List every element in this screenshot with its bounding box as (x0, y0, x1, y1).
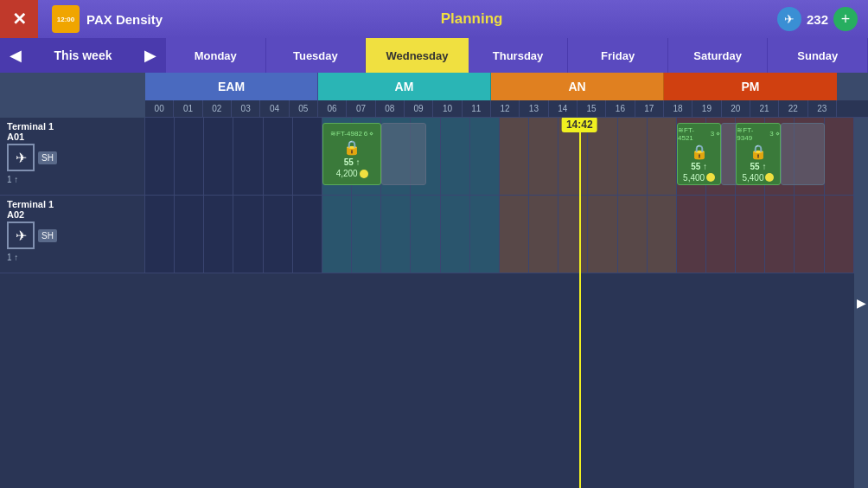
hour-00: 00 (145, 100, 174, 117)
empty-rows (0, 273, 868, 488)
hour-col-4 (264, 118, 293, 195)
hour-col-12 (500, 118, 529, 195)
tab-saturday[interactable]: Saturday (668, 38, 769, 73)
pax-icon: 12:00 (52, 5, 80, 33)
week-nav: ◀ This week ▶ Monday Tuesday Wednesday T… (0, 38, 868, 73)
terminal-slot-a01: A01 (7, 132, 137, 142)
flight-cost: 4,200 (336, 169, 368, 178)
hour-07: 07 (347, 100, 375, 117)
flight-block-gray-FT-4982 (381, 123, 425, 185)
hour-05: 05 (290, 100, 318, 117)
hour-10: 10 (433, 100, 462, 117)
terminal-num-a01: 1 ↑ (7, 175, 137, 184)
coin-icon (765, 173, 774, 182)
current-time-label: 14:42 (562, 118, 597, 132)
add-coins-button[interactable]: + (833, 7, 858, 31)
scroll-indicator[interactable]: ▶ (854, 118, 868, 488)
terminal-info-a01: Terminal 1 A01 ✈ SH 1 ↑ (0, 118, 145, 195)
hour-col-11 (470, 118, 500, 195)
hour-23: 23 (808, 100, 837, 117)
coins-section: ✈ 232 + (767, 7, 868, 31)
hour-12: 12 (491, 100, 520, 117)
tab-tuesday[interactable]: Tuesday (266, 38, 367, 73)
hour-col-23 (825, 196, 854, 273)
hour-col-7 (352, 196, 381, 273)
flight-id: ≋FT-9349 3 ⋄ (737, 126, 779, 142)
hour-06: 06 (318, 100, 347, 117)
flight-pax: 55 ↑ (691, 162, 707, 171)
hour-14: 14 (549, 100, 578, 117)
hour-04: 04 (260, 100, 289, 117)
period-header: EAM AM AN PM (145, 73, 868, 100)
hour-col-0 (145, 118, 175, 195)
terminal-slot-row-a01: ✈ SH (7, 144, 137, 171)
hours-row: 0001020304050607080910111213141516171819… (145, 100, 868, 118)
period-an: AN (491, 73, 664, 100)
hour-col-16 (618, 196, 648, 273)
planning-tab[interactable]: Planning (176, 10, 767, 28)
tab-monday[interactable]: Monday (166, 38, 266, 73)
hour-01: 01 (174, 100, 202, 117)
hour-col-20 (736, 196, 765, 273)
flight-id: ≋FT-4982 6 ⋄ (330, 130, 373, 138)
prev-week-button[interactable]: ◀ (0, 38, 31, 73)
hour-09: 09 (405, 100, 433, 117)
flight-block-gray-FT-9349 (781, 123, 825, 185)
tab-sunday[interactable]: Sunday (768, 38, 868, 73)
schedule-area: Terminal 1 A01 ✈ SH 1 ↑ ≋FT-4982 6 ⋄ 🔒 5… (0, 118, 868, 488)
hour-02: 02 (203, 100, 232, 117)
hour-11: 11 (463, 100, 491, 117)
hour-col-14 (558, 196, 588, 273)
flight-block-FT-4521[interactable]: ≋FT-4521 3 ⋄ 🔒 55 ↑ 5,400 (677, 123, 721, 185)
hour-21: 21 (750, 100, 779, 117)
hour-15: 15 (578, 100, 606, 117)
flight-block-FT-4982[interactable]: ≋FT-4982 6 ⋄ 🔒 55 ↑ 4,200 (322, 123, 381, 185)
terminal-info-a02: Terminal 1 A02 ✈ SH 1 ↑ (0, 196, 145, 273)
hour-19: 19 (692, 100, 721, 117)
flight-id: ≋FT-4521 3 ⋄ (678, 126, 720, 142)
hour-col-0 (145, 196, 175, 273)
hour-col-2 (204, 196, 233, 273)
close-icon: ✕ (12, 9, 27, 29)
hour-col-2 (204, 118, 233, 195)
close-button[interactable]: ✕ (0, 0, 38, 38)
coins-count: 232 (807, 12, 828, 27)
hour-col-17 (648, 196, 677, 273)
hour-col-5 (293, 118, 322, 195)
hour-13: 13 (520, 100, 548, 117)
terminal-slot-row-a02: ✈ SH (7, 222, 137, 249)
period-am: AM (318, 73, 491, 100)
terminal-row-a01: Terminal 1 A01 ✈ SH 1 ↑ ≋FT-4982 6 ⋄ 🔒 5… (0, 118, 868, 196)
hour-col-16 (618, 118, 648, 195)
terminal-name-a02: Terminal 1 (7, 199, 137, 209)
plane-slot-icon-a02: ✈ (7, 222, 35, 249)
tab-thursday[interactable]: Thursday (469, 38, 569, 73)
terminal-slot-a02: A02 (7, 209, 137, 220)
coin-icon (706, 173, 715, 182)
hour-col-10 (441, 196, 470, 273)
plane-icon: ✈ (777, 7, 801, 31)
next-week-button[interactable]: ▶ (135, 38, 166, 73)
hour-col-12 (500, 196, 529, 273)
hour-col-21 (765, 196, 795, 273)
top-bar: ✕ 12:00 PAX Density Planning ✈ 232 + (0, 0, 868, 38)
hour-col-17 (648, 118, 677, 195)
flight-pax: 55 ↑ (750, 162, 767, 171)
hour-03: 03 (232, 100, 260, 117)
hour-col-1 (175, 118, 204, 195)
hour-col-8 (381, 196, 411, 273)
hour-col-23 (825, 118, 854, 195)
hour-col-13 (529, 118, 558, 195)
hour-16: 16 (606, 100, 635, 117)
hour-col-3 (233, 118, 263, 195)
flight-block-FT-9349[interactable]: ≋FT-9349 3 ⋄ 🔒 55 ↑ 5,400 (736, 123, 780, 185)
flight-pax: 55 ↑ (344, 157, 361, 167)
tab-wednesday[interactable]: Wednesday (366, 38, 469, 73)
sh-badge-a01: SH (38, 151, 57, 164)
hour-col-5 (293, 196, 322, 273)
terminal-timeline-a02 (145, 196, 868, 273)
hour-col-19 (706, 196, 736, 273)
sh-badge-a02: SH (38, 229, 57, 242)
tab-friday[interactable]: Friday (568, 38, 668, 73)
period-pm: PM (664, 73, 837, 100)
